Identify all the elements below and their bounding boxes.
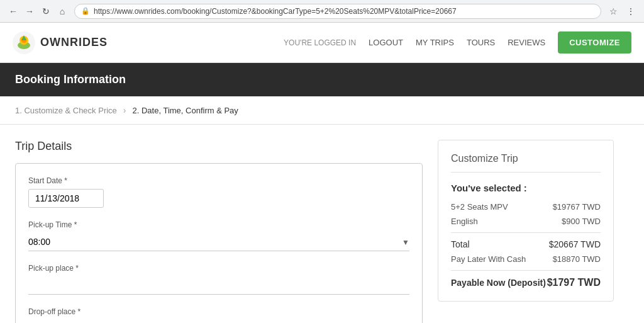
reload-button[interactable]: ↻	[39, 4, 53, 18]
pay-later-row: Pay Later With Cash $18870 TWD	[451, 254, 601, 264]
item-row-0: 5+2 Seats MPV $19767 TWD	[451, 202, 601, 212]
date-input-wrapper	[28, 189, 104, 208]
pickup-place-group: Pick-up place *	[28, 264, 409, 295]
pickup-time-select[interactable]: 08:00 09:00 10:00	[28, 233, 409, 251]
trip-details-title: Trip Details	[15, 140, 423, 153]
logo-text: OWNRIDES	[40, 36, 108, 49]
item-name-1: English	[451, 217, 478, 226]
browser-nav-buttons: ← → ↻ ⌂	[6, 4, 69, 18]
pickup-time-label: Pick-up Time *	[28, 220, 409, 229]
browser-menu-button[interactable]: ⋮	[624, 4, 638, 18]
home-button[interactable]: ⌂	[55, 4, 69, 18]
logo-icon	[13, 31, 35, 54]
payable-now-amount: $1797 TWD	[547, 277, 601, 288]
lock-icon: 🔒	[81, 7, 90, 15]
total-row: Total $20667 TWD	[451, 239, 601, 249]
selected-section-title: You've selected :	[451, 183, 601, 193]
breadcrumb: 1. Customize & Check Price › 2. Date, Ti…	[0, 96, 644, 125]
browser-actions: ☆ ⋮	[606, 4, 638, 18]
trip-form: Start Date * Pick-up Time * 08:00 09:00 …	[15, 163, 423, 323]
dropoff-place-label: Drop-off place *	[28, 307, 409, 316]
back-button[interactable]: ←	[6, 4, 20, 18]
price-divider	[451, 232, 601, 233]
breadcrumb-step2: 2. Date, Time, Confirm & Pay	[133, 106, 238, 115]
pickup-place-label: Pick-up place *	[28, 264, 409, 273]
start-date-label: Start Date *	[28, 176, 409, 185]
start-date-group: Start Date *	[28, 176, 409, 208]
booking-header: Booking Information	[0, 63, 644, 96]
reviews-link[interactable]: REVIEWS	[508, 38, 545, 47]
pay-later-price: $18870 TWD	[553, 254, 601, 264]
dropoff-place-group: Drop-off place *	[28, 307, 409, 323]
customize-trip-panel: Customize Trip You've selected : 5+2 Sea…	[438, 140, 614, 302]
item-row-1: English $900 TWD	[451, 217, 601, 226]
nav-links: YOU'RE LOGGED IN LOGOUT MY TRIPS TOURS R…	[284, 31, 631, 54]
pickup-time-group: Pick-up Time * 08:00 09:00 10:00 ▼	[28, 220, 409, 251]
forward-button[interactable]: →	[23, 4, 36, 18]
url-text: https://www.ownrides.com/booking/Customi…	[94, 7, 594, 16]
page-container: OWNRIDES YOU'RE LOGGED IN LOGOUT MY TRIP…	[0, 23, 644, 323]
browser-chrome: ← → ↻ ⌂ 🔒 https://www.ownrides.com/booki…	[0, 0, 644, 23]
customize-panel-title: Customize Trip	[451, 153, 601, 173]
dropoff-place-input[interactable]	[28, 320, 409, 323]
my-trips-link[interactable]: MY TRIPS	[416, 38, 454, 47]
total-label: Total	[451, 239, 470, 249]
site-header: OWNRIDES YOU'RE LOGGED IN LOGOUT MY TRIP…	[0, 23, 644, 63]
pay-later-label: Pay Later With Cash	[451, 254, 526, 264]
logged-in-text: YOU'RE LOGGED IN	[284, 38, 356, 47]
logo-area: OWNRIDES	[13, 31, 108, 54]
item-name-0: 5+2 Seats MPV	[451, 202, 508, 212]
breadcrumb-arrow: ›	[123, 105, 126, 115]
main-content: Trip Details Start Date * Pick-up Time *…	[0, 125, 629, 323]
customize-button[interactable]: CUSTOMIZE	[558, 31, 631, 54]
item-price-0: $19767 TWD	[553, 202, 601, 212]
logout-link[interactable]: LOGOUT	[369, 38, 403, 47]
breadcrumb-step1: 1. Customize & Check Price	[15, 106, 117, 115]
item-price-1: $900 TWD	[562, 217, 601, 226]
tours-link[interactable]: TOURS	[467, 38, 495, 47]
pickup-place-input[interactable]	[28, 276, 409, 295]
price-divider-2	[451, 270, 601, 271]
address-bar[interactable]: 🔒 https://www.ownrides.com/booking/Custo…	[74, 4, 601, 19]
total-price: $20667 TWD	[549, 239, 601, 249]
pickup-time-select-wrapper: 08:00 09:00 10:00 ▼	[28, 233, 409, 251]
bookmark-button[interactable]: ☆	[606, 4, 620, 18]
payable-now-label: Payable Now (Deposit)	[451, 278, 546, 288]
start-date-input[interactable]	[28, 189, 104, 208]
payable-now-row: Payable Now (Deposit) $1797 TWD	[451, 277, 601, 288]
booking-header-title: Booking Information	[15, 73, 126, 86]
trip-details-section: Trip Details Start Date * Pick-up Time *…	[15, 140, 423, 323]
